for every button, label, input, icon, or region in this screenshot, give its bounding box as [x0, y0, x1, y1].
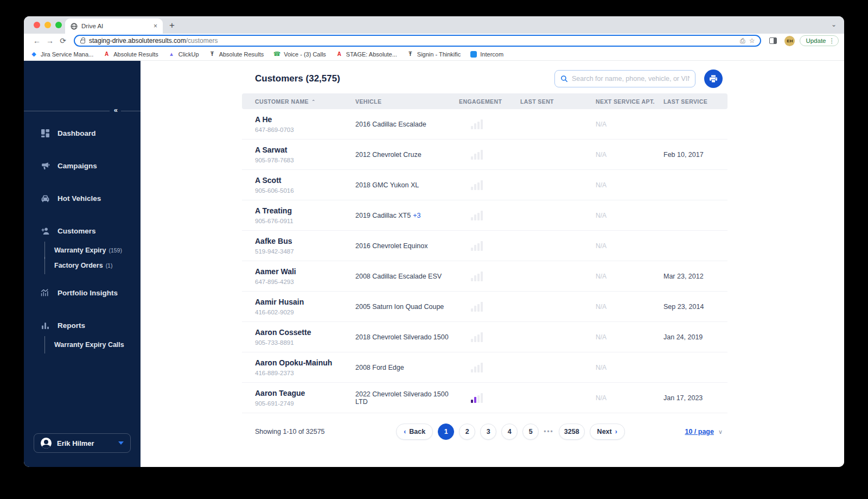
absolute-results-dark-icon: Ŧ	[209, 50, 216, 58]
sidebar-item-warranty-expiry[interactable]: Warranty Expiry (159)	[30, 247, 134, 254]
collapse-sidebar-icon[interactable]: «	[110, 106, 121, 114]
bookmark-voice-calls[interactable]: ☎Voice - (3) Calls	[273, 50, 326, 58]
table-row[interactable]: Aamer Wali647-895-4293 2008 Cadillac Esc…	[242, 261, 727, 292]
next-service-cell: N/A	[596, 303, 663, 311]
bookmark-stage-absolute[interactable]: ASTAGE: Absolute...	[336, 50, 397, 58]
column-customer-name[interactable]: CUSTOMER NAME⌃	[255, 98, 355, 105]
sidebar-item-label: Reports	[58, 321, 85, 330]
main-content: Customers (32,575) CUSTOMER NAME⌃ VEHICL…	[141, 61, 844, 467]
user-menu[interactable]: Erik Hilmer	[34, 433, 131, 453]
chevron-down-icon: ∨	[718, 428, 723, 435]
page-button-5[interactable]: 5	[522, 424, 539, 440]
browser-tab[interactable]: Drive AI ×	[65, 18, 163, 34]
update-label: Update	[806, 37, 826, 44]
pagination: Showing 1-10 of 32575 ‹Back 1 2 3 4 5 ••…	[242, 421, 727, 443]
print-button[interactable]	[704, 70, 723, 88]
back-button[interactable]: ‹Back	[396, 424, 433, 440]
search-input[interactable]	[572, 75, 690, 83]
page-button-1[interactable]: 1	[438, 424, 454, 440]
sort-asc-icon[interactable]: ⌃	[311, 99, 316, 104]
sidebar-item-warranty-expiry-calls[interactable]: Warranty Expiry Calls	[30, 341, 134, 349]
next-button[interactable]: Next›	[590, 424, 625, 440]
customer-phone: 647-869-0703	[255, 127, 355, 133]
sidebar-item-customers[interactable]: Customers	[30, 222, 134, 240]
reload-icon[interactable]: ⟳	[58, 36, 68, 45]
back-icon[interactable]: ←	[31, 36, 42, 45]
column-last-service[interactable]: LAST SERVICE	[663, 98, 727, 105]
last-service-cell: Sep 23, 2014	[663, 303, 727, 311]
url-text[interactable]: staging-drive.absoluteresults.com/custom…	[89, 37, 736, 45]
page-button-2[interactable]: 2	[459, 424, 475, 440]
bookmark-intercom[interactable]: Intercom	[470, 51, 503, 58]
sidebar-item-reports[interactable]: Reports	[30, 316, 134, 334]
tab-title: Drive AI	[81, 23, 150, 29]
address-bar[interactable]: staging-drive.absoluteresults.com/custom…	[74, 35, 761, 47]
table-row[interactable]: Aaron Opoku-Mainuh416-889-2373 2008 Ford…	[242, 352, 727, 383]
table-row[interactable]: Aafke Bus519-942-3487 2016 Chevrolet Equ…	[242, 231, 727, 261]
page-button-last[interactable]: 3258	[559, 424, 585, 440]
browser-toolbar: ← → ⟳ staging-drive.absoluteresults.com/…	[24, 34, 844, 48]
sidebar-subitem-label: Warranty Expiry	[54, 247, 106, 254]
column-engagement[interactable]: ENGAGEMENT	[459, 98, 520, 105]
jira-icon: ◆	[30, 50, 37, 58]
customer-search[interactable]	[554, 70, 695, 87]
page-button-4[interactable]: 4	[501, 424, 518, 440]
sidebar-subitem-label: Warranty Expiry Calls	[54, 341, 124, 349]
page-button-3[interactable]: 3	[480, 424, 496, 440]
bookmark-clickup[interactable]: ▲ClickUp	[168, 50, 199, 58]
table-row[interactable]: A Treating905-676-0911 2019 Cadillac XT5…	[242, 200, 727, 231]
menu-kebab-icon[interactable]: ⋮	[829, 37, 835, 45]
page-size-link[interactable]: 10 / page	[685, 428, 714, 435]
sidebar-item-label: Campaigns	[58, 162, 97, 170]
zoom-window-button[interactable]	[55, 22, 62, 28]
engagement-chart	[471, 150, 520, 160]
customer-phone: 905-691-2749	[255, 400, 355, 407]
forward-icon[interactable]: →	[44, 36, 55, 45]
side-panel-icon[interactable]	[769, 37, 777, 44]
table-row[interactable]: A He647-869-0703 2016 Cadillac Escalade …	[242, 109, 727, 140]
share-icon[interactable]: ⎙	[740, 37, 745, 45]
page-size-select[interactable]: 10 / page∨	[636, 428, 723, 435]
close-window-button[interactable]	[34, 22, 40, 28]
bookmark-jira[interactable]: ◆Jira Service Mana...	[30, 50, 93, 58]
sidebar-item-dashboard[interactable]: Dashboard	[30, 124, 134, 142]
bookmarks-bar: ◆Jira Service Mana... AAbsolute Results …	[24, 48, 844, 61]
customer-name: A Scott	[255, 176, 355, 185]
sidebar-item-portfolio-insights[interactable]: Portfolio Insights	[30, 283, 134, 302]
close-tab-icon[interactable]: ×	[154, 22, 157, 30]
vehicle-cell: 2012 Chevrolet Cruze	[355, 151, 459, 159]
update-button[interactable]: Update ⋮	[800, 35, 839, 46]
column-vehicle[interactable]: VEHICLE	[355, 98, 459, 105]
sidebar-item-factory-orders[interactable]: Factory Orders (1)	[30, 262, 134, 269]
bookmark-absolute-results-2[interactable]: ŦAbsolute Results	[209, 50, 264, 58]
tab-search-chevron-icon[interactable]: ⌄	[831, 21, 837, 28]
table-row[interactable]: A Sarwat905-978-7683 2012 Chevrolet Cruz…	[242, 140, 727, 170]
profile-avatar[interactable]: EH	[784, 36, 795, 46]
page-title: Customers (32,575)	[255, 73, 554, 84]
minimize-window-button[interactable]	[44, 22, 51, 28]
user-avatar-icon	[41, 438, 52, 449]
sidebar-item-campaigns[interactable]: Campaigns	[30, 156, 134, 175]
sidebar-divider: «	[24, 111, 141, 111]
last-service-cell: Mar 23, 2012	[663, 273, 727, 280]
printer-icon	[709, 74, 718, 83]
next-service-cell: N/A	[596, 151, 663, 159]
vehicle-extra-badge[interactable]: +3	[413, 212, 420, 219]
new-tab-button[interactable]: +	[169, 21, 175, 30]
window-controls[interactable]	[34, 22, 62, 28]
sidebar: « Dashboard Campaigns Hot Vehicles Cust	[24, 61, 141, 467]
customer-name: Aaron Teague	[255, 389, 355, 397]
customer-name: Aaron Cossette	[255, 328, 355, 337]
bookmark-thinkific[interactable]: ŦSignin - Thinkific	[407, 50, 461, 58]
bookmark-absolute-results[interactable]: AAbsolute Results	[103, 50, 158, 58]
vehicle-cell: 2008 Cadillac Escalade ESV	[355, 273, 459, 280]
bookmark-star-icon[interactable]: ☆	[749, 37, 755, 45]
table-row[interactable]: Aaron Cossette905-733-8891 2018 Chevrole…	[242, 322, 727, 352]
table-row[interactable]: A Scott905-606-5016 2018 GMC Yukon XL N/…	[242, 170, 727, 200]
column-next-service[interactable]: NEXT SERVICE APT.	[596, 98, 663, 105]
table-row[interactable]: Aamir Husain416-602-9029 2005 Saturn Ion…	[242, 292, 727, 322]
sidebar-item-hot-vehicles[interactable]: Hot Vehicles	[30, 189, 134, 207]
column-last-sent[interactable]: LAST SENT	[520, 98, 596, 105]
lock-icon[interactable]	[80, 40, 85, 43]
table-row[interactable]: Aaron Teague905-691-2749 2022 Chevrolet …	[242, 383, 727, 413]
